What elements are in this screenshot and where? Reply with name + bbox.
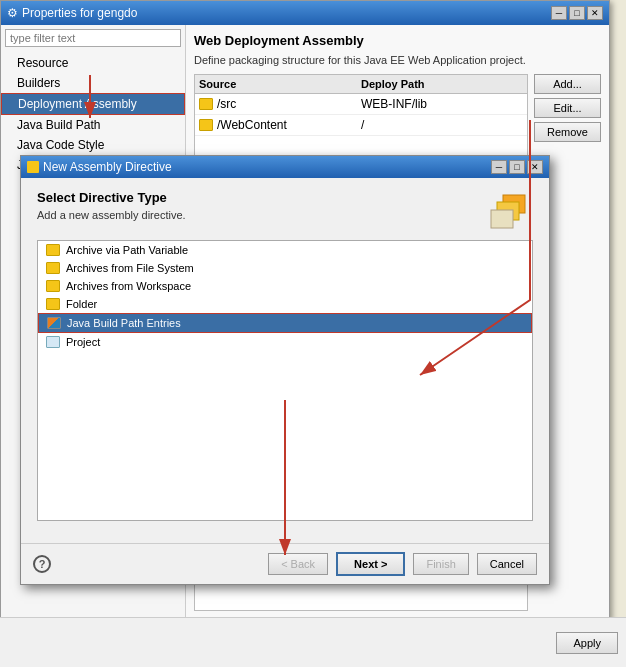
list-item-label: Archives from Workspace — [66, 280, 191, 292]
panel-description: Define packaging structure for this Java… — [194, 54, 601, 66]
dialog-title-left: New Assembly Directive — [27, 160, 172, 174]
cell-deploy-2: / — [361, 118, 523, 132]
next-button[interactable]: Next > — [336, 552, 405, 576]
remove-button[interactable]: Remove — [534, 122, 601, 142]
minimize-button[interactable]: ─ — [551, 6, 567, 20]
cell-source-2: /WebContent — [199, 118, 361, 132]
cancel-button[interactable]: Cancel — [477, 553, 537, 575]
folder-icon — [199, 98, 213, 110]
dialog-close-button[interactable]: ✕ — [527, 160, 543, 174]
main-title-bar: ⚙ Properties for gengdo ─ □ ✕ — [1, 1, 609, 25]
close-button[interactable]: ✕ — [587, 6, 603, 20]
dialog-maximize-button[interactable]: □ — [509, 160, 525, 174]
list-item-java-build-path[interactable]: Java Build Path Entries — [38, 313, 532, 333]
finish-button[interactable]: Finish — [413, 553, 468, 575]
sidebar-item-java-code-style[interactable]: Java Code Style — [1, 135, 185, 155]
directive-list[interactable]: Archive via Path Variable Archives from … — [37, 240, 533, 521]
project-icon — [46, 336, 60, 348]
dialog-title: New Assembly Directive — [43, 160, 172, 174]
source-path-1: /src — [217, 97, 236, 111]
sidebar-item-builders[interactable]: Builders — [1, 73, 185, 93]
dialog-minimize-button[interactable]: ─ — [491, 160, 507, 174]
help-button[interactable]: ? — [33, 555, 51, 573]
list-item-label: Archive via Path Variable — [66, 244, 188, 256]
dialog-footer: ? < Back Next > Finish Cancel — [21, 543, 549, 584]
directive-icon-svg — [483, 190, 533, 240]
bottom-apply-bar: Apply — [0, 617, 626, 667]
add-button[interactable]: Add... — [534, 74, 601, 94]
panel-title: Web Deployment Assembly — [194, 33, 601, 48]
dialog-heading: Select Directive Type — [37, 190, 186, 205]
list-item-label: Archives from File System — [66, 262, 194, 274]
source-path-2: /WebContent — [217, 118, 287, 132]
table-row[interactable]: /WebContent / — [195, 115, 527, 136]
back-button[interactable]: < Back — [268, 553, 328, 575]
list-item-folder[interactable]: Folder — [38, 295, 532, 313]
dialog-title-bar: New Assembly Directive ─ □ ✕ — [21, 156, 549, 178]
list-item-label: Java Build Path Entries — [67, 317, 181, 329]
table-row[interactable]: /src WEB-INF/lib — [195, 94, 527, 115]
apply-button[interactable]: Apply — [556, 632, 618, 654]
list-item-archive-path[interactable]: Archive via Path Variable — [38, 241, 532, 259]
dialog-title-buttons: ─ □ ✕ — [491, 160, 543, 174]
sidebar-item-deployment-assembly[interactable]: Deployment Assembly — [1, 93, 185, 115]
folder-icon — [46, 298, 60, 310]
col-deploy-path: Deploy Path — [361, 78, 523, 90]
col-source: Source — [199, 78, 361, 90]
folder-icon — [199, 119, 213, 131]
main-window-icon: ⚙ — [7, 6, 18, 20]
list-item-label: Project — [66, 336, 100, 348]
cell-deploy-1: WEB-INF/lib — [361, 97, 523, 111]
directive-type-icon — [483, 190, 533, 240]
title-bar-buttons: ─ □ ✕ — [551, 6, 603, 20]
dialog-heading-section: Select Directive Type Add a new assembly… — [37, 190, 186, 231]
folder-icon — [46, 262, 60, 274]
svg-rect-2 — [491, 210, 513, 228]
dialog-description: Add a new assembly directive. — [37, 209, 186, 221]
java-icon — [47, 317, 61, 329]
main-window-title: Properties for gengdo — [22, 6, 137, 20]
list-item-project[interactable]: Project — [38, 333, 532, 351]
title-bar-left: ⚙ Properties for gengdo — [7, 6, 137, 20]
table-header: Source Deploy Path — [195, 75, 527, 94]
sidebar-item-java-build-path[interactable]: Java Build Path — [1, 115, 185, 135]
new-assembly-dialog: New Assembly Directive ─ □ ✕ Select Dire… — [20, 155, 550, 585]
maximize-button[interactable]: □ — [569, 6, 585, 20]
list-item-label: Folder — [66, 298, 97, 310]
cell-source-1: /src — [199, 97, 361, 111]
folder-icon — [46, 280, 60, 292]
sidebar-item-resource[interactable]: Resource — [1, 53, 185, 73]
dialog-body: Select Directive Type Add a new assembly… — [21, 178, 549, 543]
edit-button[interactable]: Edit... — [534, 98, 601, 118]
dialog-title-icon — [27, 161, 39, 173]
list-item-archive-workspace[interactable]: Archives from Workspace — [38, 277, 532, 295]
folder-icon — [46, 244, 60, 256]
filter-input[interactable] — [5, 29, 181, 47]
list-item-archive-filesystem[interactable]: Archives from File System — [38, 259, 532, 277]
